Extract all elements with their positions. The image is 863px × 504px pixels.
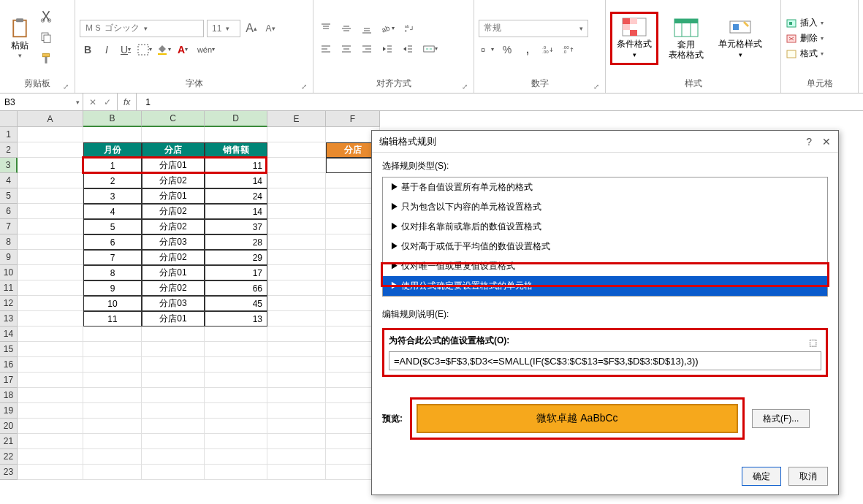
increase-font-icon[interactable]: A▴: [243, 20, 259, 37]
row-header[interactable]: 13: [0, 311, 18, 327]
ok-button[interactable]: 确定: [742, 467, 781, 486]
rule-type-item[interactable]: ▶ 只为包含以下内容的单元格设置格式: [383, 197, 827, 217]
phonetic-button[interactable]: wén▾: [194, 42, 218, 58]
cell[interactable]: [83, 434, 142, 449]
cell[interactable]: 7: [83, 250, 142, 265]
cell[interactable]: [267, 327, 326, 342]
row-header[interactable]: 21: [0, 434, 18, 449]
confirm-formula-icon[interactable]: ✓: [104, 97, 111, 107]
cell[interactable]: 分店02: [142, 280, 205, 296]
cell[interactable]: [267, 188, 326, 204]
cell[interactable]: 17: [205, 265, 267, 280]
cell[interactable]: [18, 403, 83, 419]
cancel-button[interactable]: 取消: [788, 467, 828, 486]
cell[interactable]: 9: [83, 280, 142, 296]
cell[interactable]: [83, 419, 142, 434]
row-header[interactable]: 14: [0, 327, 18, 342]
cell[interactable]: [83, 449, 142, 465]
row-header[interactable]: 15: [0, 342, 18, 357]
cell[interactable]: 分店01: [142, 188, 205, 204]
cell[interactable]: 13: [205, 311, 267, 327]
column-header[interactable]: E: [267, 111, 326, 127]
fx-label[interactable]: fx: [118, 93, 137, 110]
italic-button[interactable]: I: [99, 42, 115, 58]
row-header[interactable]: 2: [0, 142, 18, 158]
rule-type-item[interactable]: ▶ 基于各自值设置所有单元格的格式: [383, 177, 827, 197]
row-header[interactable]: 18: [0, 388, 18, 403]
cell[interactable]: [83, 342, 142, 357]
row-header[interactable]: 12: [0, 296, 18, 311]
rule-type-list[interactable]: ▶ 基于各自值设置所有单元格的格式▶ 只为包含以下内容的单元格设置格式▶ 仅对排…: [382, 177, 828, 297]
cell[interactable]: [267, 158, 326, 173]
cell[interactable]: 分店01: [142, 311, 205, 327]
cell[interactable]: [267, 142, 326, 158]
row-header[interactable]: 20: [0, 419, 18, 434]
cell[interactable]: [83, 403, 142, 419]
table-format-button[interactable]: 套用 表格格式: [664, 15, 708, 63]
cell[interactable]: 分店03: [142, 296, 205, 311]
cell[interactable]: [205, 342, 267, 357]
cell[interactable]: 1: [83, 158, 142, 173]
cell[interactable]: [267, 342, 326, 357]
cell[interactable]: 11: [83, 311, 142, 327]
align-bottom-icon[interactable]: [359, 20, 375, 37]
cell[interactable]: [142, 419, 205, 434]
bold-button[interactable]: B: [80, 42, 96, 58]
cell[interactable]: [18, 142, 83, 158]
cell[interactable]: 37: [205, 219, 267, 234]
cell[interactable]: 29: [205, 250, 267, 265]
cell[interactable]: [18, 219, 83, 234]
cell[interactable]: 45: [205, 296, 267, 311]
row-header[interactable]: 5: [0, 188, 18, 204]
cell[interactable]: 分店01: [142, 158, 205, 173]
comma-icon[interactable]: ,: [520, 42, 536, 58]
row-header[interactable]: 7: [0, 219, 18, 234]
cell[interactable]: 分店02: [142, 250, 205, 265]
cell[interactable]: 月份: [83, 142, 142, 158]
cell[interactable]: [18, 342, 83, 357]
delete-button[interactable]: 删除 ▾: [786, 32, 854, 45]
font-color-button[interactable]: A▾: [175, 42, 191, 58]
row-header[interactable]: 19: [0, 403, 18, 419]
cell[interactable]: [205, 373, 267, 388]
cell[interactable]: 24: [205, 188, 267, 204]
align-left-icon[interactable]: [318, 41, 334, 57]
wrap-text-icon[interactable]: abc: [400, 20, 420, 37]
cell[interactable]: [205, 449, 267, 465]
rule-type-item[interactable]: ▶ 使用公式确定要设置格式的单元格: [383, 276, 827, 296]
column-header[interactable]: D: [205, 111, 267, 127]
cell[interactable]: [267, 234, 326, 250]
cell[interactable]: [142, 434, 205, 449]
decrease-font-icon[interactable]: A▾: [262, 20, 278, 37]
formula-input[interactable]: 1: [137, 93, 863, 110]
column-header[interactable]: F: [326, 111, 380, 127]
cell[interactable]: 分店02: [142, 219, 205, 234]
cell[interactable]: [267, 311, 326, 327]
dialog-launcher-icon[interactable]: ⤢: [593, 83, 599, 91]
row-header[interactable]: 17: [0, 373, 18, 388]
cell[interactable]: [18, 173, 83, 188]
cell[interactable]: [267, 373, 326, 388]
cell[interactable]: [267, 204, 326, 219]
row-header[interactable]: 3: [0, 158, 18, 173]
name-box[interactable]: B3▾: [0, 93, 83, 110]
cell[interactable]: 5: [83, 219, 142, 234]
cell[interactable]: [205, 403, 267, 419]
format-cells-button[interactable]: 格式 ▾: [786, 47, 854, 60]
row-header[interactable]: 16: [0, 357, 18, 373]
cell[interactable]: [18, 419, 83, 434]
column-header[interactable]: C: [142, 111, 205, 127]
cell[interactable]: [205, 327, 267, 342]
cell[interactable]: 4: [83, 204, 142, 219]
indent-decrease-icon[interactable]: [379, 41, 395, 57]
merge-icon[interactable]: ▾: [420, 41, 441, 57]
dialog-close-icon[interactable]: ✕: [822, 136, 831, 148]
cell[interactable]: 66: [205, 280, 267, 296]
cell[interactable]: [18, 234, 83, 250]
cell[interactable]: [205, 388, 267, 403]
rule-type-item[interactable]: ▶ 仅对排名靠前或靠后的数值设置格式: [383, 217, 827, 237]
number-format-combo[interactable]: 常规▾: [479, 20, 588, 37]
cell[interactable]: [142, 357, 205, 373]
cell[interactable]: [18, 250, 83, 265]
select-all-corner[interactable]: [0, 111, 18, 127]
